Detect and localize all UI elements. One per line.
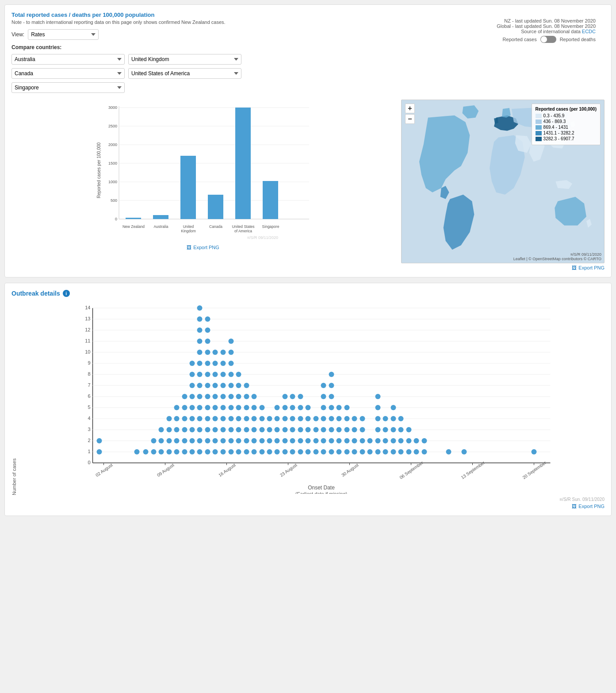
map-export-row: 🖼 Export PNG (401, 265, 605, 270)
svg-text:12: 12 (85, 327, 90, 332)
map-container: + − Reported cases (per 100,000) 0.3 - 4… (401, 100, 605, 263)
svg-point-86 (151, 438, 157, 443)
view-select[interactable]: Rates Total counts (28, 29, 99, 40)
svg-point-188 (252, 438, 257, 443)
svg-point-245 (329, 405, 334, 410)
svg-rect-18 (180, 156, 196, 219)
country-select-3[interactable]: SingaporeAustraliaCanada (11, 82, 125, 93)
svg-point-279 (391, 449, 396, 454)
ecdc-link[interactable]: ECDC (582, 29, 596, 34)
global-update: Global - last updated Sun. 08 November 2… (497, 23, 596, 29)
top-panel: Total reported cases / deaths per 100,00… (4, 4, 612, 277)
svg-point-169 (229, 361, 234, 366)
svg-point-139 (205, 327, 210, 333)
svg-point-149 (213, 361, 218, 366)
svg-point-200 (267, 427, 272, 432)
legend-color-1 (536, 114, 542, 118)
svg-text:0: 0 (88, 460, 90, 465)
outbreak-watermark: ≡/S/R Sun. 09/11/2020 (560, 497, 605, 502)
reported-deaths-label: Reported deaths (560, 37, 596, 42)
svg-point-103 (182, 405, 187, 410)
svg-point-140 (205, 316, 210, 322)
svg-point-204 (275, 427, 280, 432)
top-right-info: NZ - last updated Sun. 08 November 2020 … (497, 18, 596, 43)
svg-point-82 (97, 449, 102, 454)
svg-text:Kingdom: Kingdom (181, 229, 196, 233)
svg-text:≡/S/R 09/11/2020: ≡/S/R 09/11/2020 (247, 235, 278, 240)
outbreak-export-label[interactable]: Export PNG (578, 504, 605, 509)
map-export-label[interactable]: Export PNG (578, 265, 605, 270)
svg-text:5: 5 (88, 404, 90, 410)
country-select-5[interactable]: United States of AmericaUnited Kingdom (128, 68, 241, 79)
map-footer: ≡/S/R 09/11/2020 Leaflet | © OpenStreetM… (513, 252, 601, 261)
svg-point-243 (329, 427, 334, 432)
svg-point-172 (236, 449, 241, 454)
map-legend-title: Reported cases (per 100,000) (536, 107, 597, 112)
legend-color-5 (536, 137, 542, 141)
svg-text:Australia: Australia (153, 224, 168, 229)
outbreak-info-icon[interactable]: i (63, 290, 70, 297)
svg-point-155 (221, 405, 226, 410)
svg-point-196 (260, 416, 265, 421)
svg-point-182 (244, 427, 249, 432)
svg-point-258 (344, 405, 350, 410)
svg-text:(Earliest date if missing): (Earliest date if missing) (295, 491, 347, 494)
svg-point-111 (190, 383, 195, 388)
outbreak-footer: ≡/S/R Sun. 09/11/2020 (11, 497, 605, 502)
svg-point-262 (352, 416, 357, 421)
legend-row-2: 436 - 869.3 (536, 119, 597, 124)
svg-point-190 (252, 416, 257, 421)
country-select-4[interactable]: United KingdomUnited States of America (128, 54, 241, 65)
svg-point-257 (344, 416, 350, 421)
svg-point-107 (190, 427, 195, 432)
svg-point-134 (205, 383, 210, 388)
svg-text:16 August: 16 August (218, 462, 237, 478)
zoom-out-button[interactable]: − (405, 114, 415, 124)
svg-text:500: 500 (111, 198, 117, 203)
svg-point-180 (244, 449, 249, 454)
svg-point-295 (446, 449, 451, 454)
toggle-switch[interactable] (540, 36, 556, 43)
svg-point-112 (190, 372, 195, 377)
svg-point-95 (174, 438, 180, 443)
map-area: + − Reported cases (per 100,000) 0.3 - 4… (401, 100, 605, 270)
legend-row-4: 1431.1 - 3282.2 (536, 131, 597, 135)
svg-point-141 (213, 449, 218, 454)
svg-point-147 (213, 383, 218, 388)
svg-point-283 (391, 405, 396, 410)
svg-text:Singapore: Singapore (262, 224, 279, 229)
svg-point-276 (383, 438, 388, 443)
svg-point-222 (298, 416, 303, 421)
svg-point-259 (352, 449, 357, 454)
svg-point-85 (151, 449, 157, 454)
svg-point-152 (221, 438, 226, 443)
svg-point-88 (159, 438, 164, 443)
svg-point-119 (197, 394, 203, 399)
legend-label-5: 3282.3 - 6907.7 (543, 136, 574, 141)
svg-point-105 (190, 449, 195, 454)
svg-point-210 (283, 416, 288, 421)
svg-point-122 (197, 361, 203, 366)
svg-point-126 (197, 316, 203, 322)
country-select-1[interactable]: AustraliaNew ZealandCanadaSingapore (11, 54, 125, 65)
zoom-in-button[interactable]: + (405, 104, 415, 113)
country-select-2[interactable]: CanadaAustraliaSingapore (11, 68, 125, 79)
svg-point-137 (205, 350, 210, 355)
svg-point-218 (290, 394, 295, 399)
outbreak-panel: Outbreak details i Number of cases 0 1 2… (4, 283, 612, 516)
svg-point-260 (352, 438, 357, 443)
svg-point-269 (375, 449, 381, 454)
svg-point-297 (532, 449, 537, 454)
svg-rect-19 (208, 195, 223, 219)
svg-point-264 (360, 438, 365, 443)
svg-point-154 (221, 416, 226, 421)
chart-export-label[interactable]: Export PNG (193, 245, 219, 250)
svg-text:8: 8 (88, 371, 90, 377)
svg-point-284 (398, 449, 404, 454)
svg-point-106 (190, 438, 195, 443)
svg-rect-16 (126, 218, 141, 219)
svg-point-220 (298, 438, 303, 443)
svg-point-208 (283, 438, 288, 443)
svg-point-131 (205, 416, 210, 421)
svg-point-110 (190, 394, 195, 399)
